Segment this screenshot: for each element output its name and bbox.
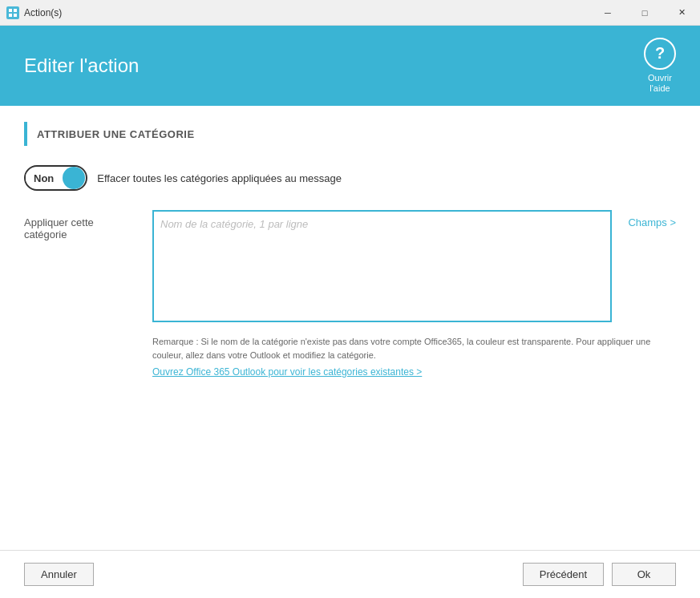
section-border (24, 122, 27, 146)
footer: Annuler Précédent Ok (0, 550, 700, 598)
toggle-knob (63, 167, 85, 189)
minimize-button[interactable]: ─ (589, 0, 626, 26)
outlook-link[interactable]: Ouvrez Office 365 Outlook pour voir les … (152, 366, 676, 378)
title-bar-left: Action(s) (6, 6, 62, 19)
help-label: Ouvrirl'aide (648, 73, 672, 94)
previous-button[interactable]: Précédent (523, 563, 604, 586)
category-label: Appliquer cette catégorie (24, 210, 136, 240)
header: Editer l'action ? Ouvrirl'aide (0, 26, 700, 106)
svg-rect-2 (9, 14, 12, 17)
toggle-label: Non (26, 172, 62, 184)
help-icon: ? (644, 38, 676, 70)
toggle-switch[interactable]: Non (24, 165, 87, 191)
section-header: ATTRIBUER UNE CATÉGORIE (24, 122, 676, 146)
remark-text: Remarque : Si le nom de la catégorie n'e… (152, 335, 676, 362)
svg-rect-3 (14, 14, 17, 17)
cancel-button[interactable]: Annuler (24, 563, 94, 586)
category-form-row: Appliquer cette catégorie Champs > (24, 210, 676, 325)
section-title: ATTRIBUER UNE CATÉGORIE (37, 128, 195, 140)
close-button[interactable]: ✕ (663, 0, 700, 26)
content-inner: ATTRIBUER UNE CATÉGORIE Non Effacer tout… (0, 106, 700, 550)
svg-rect-1 (14, 9, 17, 12)
category-textarea[interactable] (152, 210, 612, 322)
toggle-description: Effacer toutes les catégories appliquées… (97, 172, 342, 184)
footer-right: Précédent Ok (523, 563, 676, 586)
app-icon (6, 6, 19, 19)
svg-rect-0 (9, 9, 12, 12)
ok-button[interactable]: Ok (612, 563, 676, 586)
app-title: Action(s) (24, 7, 62, 18)
title-bar: Action(s) ─ □ ✕ (0, 0, 700, 26)
page-title: Editer l'action (24, 55, 139, 77)
category-field-container (152, 210, 612, 325)
content-area: ATTRIBUER UNE CATÉGORIE Non Effacer tout… (0, 106, 700, 550)
help-button[interactable]: ? Ouvrirl'aide (644, 38, 676, 94)
toggle-row: Non Effacer toutes les catégories appliq… (24, 165, 676, 191)
title-bar-controls: ─ □ ✕ (589, 0, 700, 26)
maximize-button[interactable]: □ (626, 0, 663, 26)
champs-link[interactable]: Champs > (628, 210, 676, 228)
